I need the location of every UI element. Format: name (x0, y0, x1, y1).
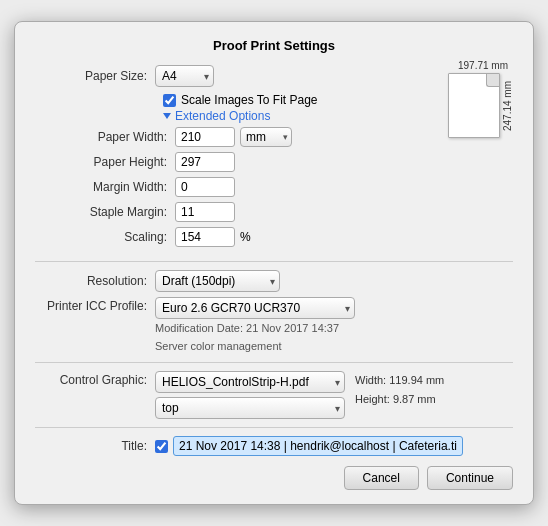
paper-width-input[interactable] (175, 127, 235, 147)
scale-images-row: Scale Images To Fit Page (163, 93, 438, 107)
resolution-select[interactable]: Draft (150dpi) Standard (300dpi) High (6… (155, 270, 280, 292)
continue-button[interactable]: Continue (427, 466, 513, 490)
control-graphic-size-info: Width: 119.94 mm Height: 9.87 mm (355, 371, 444, 408)
scaling-unit: % (240, 230, 251, 244)
printer-icc-select-wrapper[interactable]: Euro 2.6 GCR70 UCR370 (155, 297, 355, 319)
printer-icc-mod-date: Modification Date: 21 Nov 2017 14:37 (155, 320, 355, 337)
scaling-row: Scaling: % (65, 227, 438, 247)
paper-width-row: Paper Width: mm in pt (65, 127, 438, 147)
margin-width-row: Margin Width: (65, 177, 438, 197)
cancel-button[interactable]: Cancel (344, 466, 419, 490)
paper-dim-top: 197.71 mm (458, 60, 508, 71)
control-graphic-row: Control Graphic: HELIOS_ControlStrip-H.p… (35, 371, 513, 419)
control-graphic-width: Width: 119.94 mm (355, 371, 444, 390)
divider-2 (35, 362, 513, 363)
staple-margin-row: Staple Margin: (65, 202, 438, 222)
divider-3 (35, 427, 513, 428)
control-graphic-file-wrapper[interactable]: HELIOS_ControlStrip-H.pdf (155, 371, 345, 393)
proof-print-settings-dialog: Proof Print Settings Paper Size: A4 A3 L… (14, 21, 534, 505)
control-graphic-height: Height: 9.87 mm (355, 390, 444, 409)
paper-height-label: Paper Height: (65, 155, 175, 169)
control-graphic-file-select[interactable]: HELIOS_ControlStrip-H.pdf (155, 371, 345, 393)
control-graphic-position-wrapper[interactable]: top bottom none (155, 397, 345, 419)
title-input[interactable] (173, 436, 463, 456)
resolution-select-wrapper[interactable]: Draft (150dpi) Standard (300dpi) High (6… (155, 270, 280, 292)
paper-size-label: Paper Size: (35, 69, 155, 83)
title-row: Title: (35, 436, 513, 456)
buttons-row: Cancel Continue (35, 466, 513, 490)
paper-size-select[interactable]: A4 A3 Letter Legal (155, 65, 214, 87)
paper-size-select-wrapper[interactable]: A4 A3 Letter Legal (155, 65, 214, 87)
extended-options-toggle[interactable]: Extended Options (163, 109, 438, 123)
extended-options-body: Paper Width: mm in pt Paper Height: (65, 127, 438, 247)
scale-images-checkbox[interactable] (163, 94, 176, 107)
printer-icc-select[interactable]: Euro 2.6 GCR70 UCR370 (155, 297, 355, 319)
staple-margin-input[interactable] (175, 202, 235, 222)
divider-1 (35, 261, 513, 262)
printer-icc-row: Printer ICC Profile: Euro 2.6 GCR70 UCR3… (35, 297, 513, 354)
paper-width-label: Paper Width: (65, 130, 175, 144)
paper-width-unit-select[interactable]: mm in pt (240, 127, 292, 147)
paper-preview: 197.71 mm 247.14 mm (448, 60, 513, 138)
dialog-title: Proof Print Settings (35, 38, 513, 53)
title-label: Title: (35, 439, 155, 453)
extended-options-label[interactable]: Extended Options (175, 109, 270, 123)
resolution-label: Resolution: (35, 274, 155, 288)
paper-visual (448, 73, 500, 138)
title-checkbox[interactable] (155, 440, 168, 453)
margin-width-label: Margin Width: (65, 180, 175, 194)
extended-options-triangle-icon (163, 113, 171, 119)
scaling-input[interactable] (175, 227, 235, 247)
scale-images-label[interactable]: Scale Images To Fit Page (181, 93, 318, 107)
control-graphic-label: Control Graphic: (35, 371, 155, 387)
margin-width-input[interactable] (175, 177, 235, 197)
paper-dim-right: 247.14 mm (503, 73, 513, 138)
printer-icc-label: Printer ICC Profile: (35, 297, 155, 313)
control-graphic-position-select[interactable]: top bottom none (155, 397, 345, 419)
printer-icc-server-info: Server color management (155, 338, 355, 355)
paper-width-unit-wrapper[interactable]: mm in pt (240, 127, 292, 147)
scaling-label: Scaling: (65, 230, 175, 244)
paper-height-input[interactable] (175, 152, 235, 172)
resolution-row: Resolution: Draft (150dpi) Standard (300… (35, 270, 513, 292)
paper-height-row: Paper Height: (65, 152, 438, 172)
staple-margin-label: Staple Margin: (65, 205, 175, 219)
